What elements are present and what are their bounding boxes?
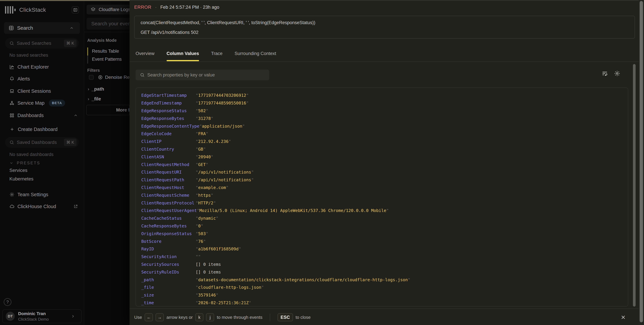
sidebar-item-search[interactable]: Search <box>4 22 80 34</box>
property-row[interactable]: ClientIP "212.92.4.236" <box>136 138 628 145</box>
property-row[interactable]: ClientRequestScheme "https" <box>136 191 628 199</box>
footer-text: to close <box>296 315 311 320</box>
more-filters-button[interactable]: More fil <box>86 105 130 115</box>
source-selector-button[interactable]: Cloudflare Logs <box>86 5 130 14</box>
question-icon: ? <box>6 300 9 305</box>
gear-icon <box>10 192 14 197</box>
property-value: "76" <box>196 239 206 244</box>
preset-item[interactable]: Kubernetes <box>10 176 34 182</box>
property-key: SecurityRuleIDs <box>141 270 196 275</box>
property-row[interactable]: EdgeColoCode "FRA" <box>136 130 628 138</box>
saved-dashboards-field[interactable] <box>17 140 57 145</box>
property-value: "1771977448590550016" <box>196 101 249 105</box>
wrap-lines-icon[interactable] <box>602 70 608 77</box>
beta-badge: BETA <box>49 100 65 106</box>
create-dashboard-button[interactable]: Create Dashboard <box>0 124 84 134</box>
app-logo: ClickStack <box>5 5 79 15</box>
chevron-up-icon[interactable] <box>70 26 74 30</box>
sidebar-item-alerts[interactable]: Alerts <box>0 74 84 84</box>
property-row[interactable]: ClientRequestHost "example.com" <box>136 184 628 192</box>
property-value: "/api/v1/notifications" <box>196 170 254 175</box>
sidebar-item-dashboards[interactable]: Dashboards <box>0 110 84 120</box>
sidebar-item-service-map[interactable]: Service Map BETA <box>0 98 84 108</box>
sidebar-item-client-sessions[interactable]: Client Sessions <box>0 86 84 96</box>
property-row[interactable]: SecurityAction "" <box>136 253 628 261</box>
tab[interactable]: Overview <box>136 51 154 61</box>
property-value: "" <box>196 254 201 259</box>
property-row[interactable]: _size "3579146" <box>136 291 628 299</box>
property-key: ClientRequestProtocol <box>141 201 196 205</box>
tab[interactable]: Trace <box>211 51 222 61</box>
search-section-icon <box>9 25 14 30</box>
property-key: ClientCountry <box>141 147 196 152</box>
property-row[interactable]: CacheCacheStatus "dynamic" <box>136 215 628 222</box>
tab[interactable]: Surrounding Context <box>234 51 276 61</box>
property-key: ClientRequestMethod <box>141 162 196 167</box>
presets-group[interactable]: PRESETS <box>10 159 80 167</box>
property-row[interactable]: EdgeEndTimestamp "1771977448590550016" <box>136 99 628 107</box>
property-row[interactable]: EdgeStartTimestamp "1771977444703206912" <box>136 92 628 99</box>
property-row[interactable]: EdgeResponseStatus "502" <box>136 107 628 115</box>
no-saved-searches-note: No saved searches <box>10 53 48 58</box>
saved-searches-input[interactable]: ⌘ K <box>5 38 79 49</box>
gear-icon[interactable] <box>614 70 620 77</box>
property-value: "3579146" <box>196 293 218 298</box>
event-message-box: concat(ClientRequestMethod, ' ', ClientR… <box>134 16 635 38</box>
events-search-field[interactable] <box>91 21 130 26</box>
divider <box>270 314 270 321</box>
property-row[interactable]: SecurityRuleIDs "[] 0 items" <box>136 268 628 276</box>
sidebar-item-team-settings[interactable]: Team Settings <box>0 190 84 200</box>
sidebar-collapse-icon[interactable] <box>72 6 79 13</box>
help-button[interactable]: ? <box>4 298 12 306</box>
property-row[interactable]: ClientCountry "GB" <box>136 145 628 153</box>
property-row[interactable]: ClientASN "20940" <box>136 153 628 161</box>
properties-search[interactable] <box>136 70 269 80</box>
user-menu[interactable]: DT Dominic Tran ClickStack Demo <box>2 310 82 323</box>
saved-dashboards-input[interactable]: ⌘ K <box>5 137 79 148</box>
sidebar-item-chart-explorer[interactable]: Chart Explorer <box>0 62 84 72</box>
event-header: ERROR · Feb 24 5:57:24 PM · 23h ago <box>134 5 219 10</box>
property-row[interactable]: ClientRequestMethod "GET" <box>136 161 628 168</box>
window-scrollbar-thumb[interactable] <box>640 1 643 322</box>
property-row[interactable]: SecuritySources "[] 0 items" <box>136 261 628 268</box>
property-row[interactable]: OriginResponseStatus "503" <box>136 230 628 238</box>
mode-event-patterns[interactable]: Event Patterns <box>92 57 122 62</box>
filter-group-path[interactable]: › _path <box>88 86 104 92</box>
property-row[interactable]: EdgeResponseBytes "31278" <box>136 115 628 122</box>
saved-searches-field[interactable] <box>17 40 57 46</box>
properties-scrollbar[interactable] <box>633 64 636 307</box>
denoise-filter[interactable]: Denoise Resu <box>89 75 134 80</box>
mode-results-table[interactable]: Results Table <box>92 49 119 54</box>
property-row[interactable]: RayID "a1b6f601f168509d" <box>136 245 628 253</box>
window-scrollbar-track[interactable] <box>639 0 644 325</box>
property-row[interactable]: CacheResponseBytes "0" <box>136 222 628 230</box>
property-value: "[] 0 items" <box>196 270 221 275</box>
preset-item[interactable]: Services <box>10 168 27 173</box>
property-key: EdgeStartTimestamp <box>141 93 196 98</box>
property-row[interactable]: ClientRequestPath "/api/v1/notifications… <box>136 176 628 184</box>
inactive-mode-indicator <box>87 55 88 63</box>
filter-group-file[interactable]: › _file <box>88 96 101 102</box>
user-org: ClickStack Demo <box>18 317 49 322</box>
property-row[interactable]: _time "2026-02-25T21:36:21Z" <box>136 299 628 307</box>
app-title: ClickStack <box>19 7 46 13</box>
events-search-input[interactable] <box>86 18 130 29</box>
property-row[interactable]: ClientRequestProtocol "HTTP/2" <box>136 199 628 207</box>
divider <box>84 32 130 32</box>
chevron-up-icon[interactable] <box>74 113 78 118</box>
close-icon[interactable]: × <box>619 313 627 321</box>
properties-search-field[interactable] <box>147 72 262 78</box>
property-row[interactable]: BotScore "76" <box>136 238 628 245</box>
property-row[interactable]: ClientRequestUserAgent "Mozilla/5.0 (Lin… <box>136 207 628 215</box>
property-row[interactable]: EdgeResponseContentType "application/jso… <box>136 122 628 130</box>
property-key: EdgeResponseBytes <box>141 116 196 121</box>
property-value: "[] 0 items" <box>196 262 221 267</box>
property-row[interactable]: ClientRequestURI "/api/v1/notifications" <box>136 168 628 176</box>
property-row[interactable]: _path "datasets-documentation/clickstack… <box>136 276 628 284</box>
tab[interactable]: Column Values <box>166 51 199 61</box>
property-value: "a1b6f601f168509d" <box>196 247 241 251</box>
denoise-checkbox[interactable] <box>89 75 94 80</box>
event-message: GET /api/v1/notifications 502 <box>140 30 198 35</box>
sidebar-item-clickhouse-cloud[interactable]: ClickHouse Cloud <box>0 201 84 212</box>
property-row[interactable]: _file "cloudflare-http-logs.json" <box>136 284 628 291</box>
